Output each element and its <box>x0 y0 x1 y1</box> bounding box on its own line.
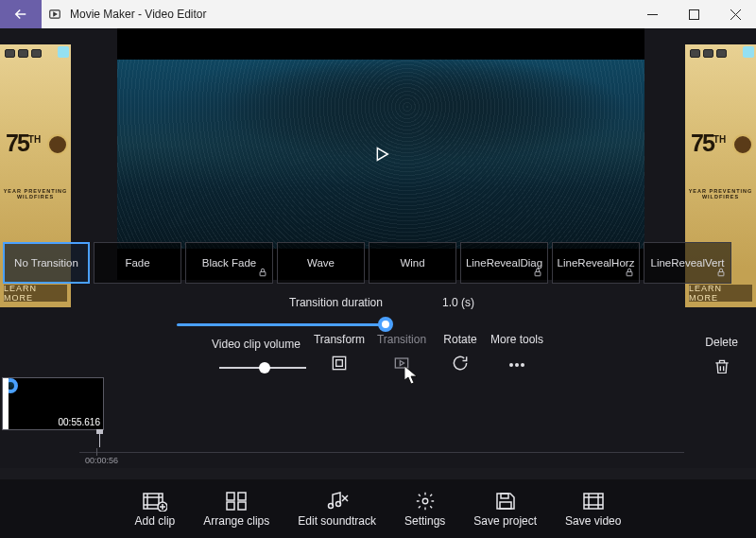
slider-thumb[interactable] <box>259 362 270 373</box>
delete-button[interactable]: Delete <box>705 333 738 376</box>
timeline-clip[interactable]: 00:55.616 <box>2 377 104 430</box>
cursor-icon <box>404 366 418 389</box>
transition-card[interactable]: No Transition <box>3 242 90 284</box>
more-tools-button[interactable]: More tools <box>488 333 546 373</box>
minimize-button[interactable] <box>631 0 673 28</box>
transition-icon <box>372 354 431 373</box>
svg-rect-6 <box>333 356 345 369</box>
svg-point-11 <box>521 363 524 367</box>
ad-logo: 75TH <box>691 130 726 157</box>
titlebar: Movie Maker - Video Editor <box>0 0 756 28</box>
ad-badges <box>690 49 727 58</box>
transition-button[interactable]: Transition <box>372 333 431 373</box>
transition-card[interactable]: LineRevealVert <box>644 242 731 284</box>
maximize-button[interactable] <box>673 0 714 28</box>
svg-point-20 <box>422 498 428 504</box>
add-clip-button[interactable]: Add clip <box>128 487 183 531</box>
lock-icon <box>625 268 634 279</box>
volume-label: Video clip volume <box>212 338 301 351</box>
transition-label: No Transition <box>14 257 78 269</box>
svg-rect-5 <box>718 272 724 276</box>
transition-card[interactable]: Fade <box>94 242 181 284</box>
svg-rect-14 <box>227 493 234 500</box>
transform-button[interactable]: Transform <box>310 333 369 373</box>
svg-rect-16 <box>227 502 234 510</box>
svg-rect-15 <box>238 493 246 500</box>
svg-rect-17 <box>238 502 246 510</box>
transform-icon <box>310 354 369 373</box>
clip-duration: 00:55.616 <box>59 417 101 427</box>
rotate-icon <box>431 354 490 373</box>
ad-cta-button[interactable]: LEARN MORE <box>689 285 752 302</box>
transition-label: LineRevealHorz <box>558 257 635 269</box>
play-button[interactable] <box>365 138 397 170</box>
svg-rect-4 <box>627 272 632 276</box>
svg-point-19 <box>335 501 340 506</box>
duration-value: 1.0 (s) <box>442 296 474 309</box>
svg-point-18 <box>328 503 333 508</box>
svg-rect-23 <box>584 494 603 509</box>
lock-icon <box>533 268 542 279</box>
transition-list: No TransitionFadeBlack FadeWaveWindLineR… <box>0 242 756 284</box>
ad-tagline: YEAR PREVENTING WILDFIRES <box>688 188 753 200</box>
transition-label: LineRevealVert <box>651 257 725 269</box>
settings-button[interactable]: Settings <box>397 487 453 531</box>
window-title: Movie Maker - Video Editor <box>68 8 631 21</box>
transition-card[interactable]: LineRevealHorz <box>552 242 640 284</box>
transition-card[interactable]: Wave <box>277 242 365 284</box>
adchoices-icon[interactable] <box>743 46 754 58</box>
svg-rect-2 <box>260 272 266 276</box>
rotate-button[interactable]: Rotate <box>431 333 490 373</box>
save-project-button[interactable]: Save project <box>466 487 544 531</box>
more-icon <box>488 354 546 373</box>
edit-soundtrack-button[interactable]: Edit soundtrack <box>290 487 384 531</box>
ad-mascot-icon <box>732 134 753 155</box>
transition-card[interactable]: Black Fade <box>185 242 273 284</box>
ad-badges <box>5 49 42 58</box>
timeline[interactable]: 00:55.616 00:00:56 <box>0 373 756 468</box>
transition-label: Black Fade <box>202 257 257 269</box>
transition-label: LineRevealDiag <box>466 257 542 269</box>
ad-tagline: YEAR PREVENTING WILDFIRES <box>3 188 68 200</box>
adchoices-icon[interactable] <box>58 46 69 58</box>
transition-label: Wind <box>400 257 424 269</box>
lock-icon <box>258 268 267 279</box>
svg-point-9 <box>509 363 513 367</box>
transition-card[interactable]: LineRevealDiag <box>460 242 548 284</box>
svg-rect-22 <box>500 502 511 509</box>
back-button[interactable] <box>0 0 42 28</box>
svg-rect-7 <box>336 360 343 367</box>
duration-slider[interactable] <box>115 316 637 335</box>
transition-label: Fade <box>125 257 149 269</box>
svg-point-10 <box>515 363 519 367</box>
command-bar: Add clip Arrange clips Edit soundtrack S… <box>0 479 756 538</box>
svg-rect-21 <box>501 494 508 498</box>
clip-handle[interactable] <box>3 378 9 429</box>
svg-rect-3 <box>535 272 541 276</box>
ad-cta-button[interactable]: LEARN MORE <box>4 285 67 302</box>
ruler-label: 00:00:56 <box>85 456 118 465</box>
arrange-clips-button[interactable]: Arrange clips <box>196 487 277 531</box>
app-icon <box>42 8 68 21</box>
svg-rect-1 <box>689 9 698 19</box>
lock-icon <box>716 268 726 279</box>
volume-slider[interactable] <box>219 361 306 374</box>
ad-mascot-icon <box>47 134 68 155</box>
ad-logo: 75TH <box>6 130 41 157</box>
close-button[interactable] <box>714 0 756 28</box>
duration-label: Transition duration <box>289 296 383 309</box>
transition-label: Wave <box>307 257 335 269</box>
slider-thumb[interactable] <box>378 317 393 332</box>
timeline-ruler[interactable]: 00:00:56 <box>79 444 684 463</box>
duration-row: Transition duration 1.0 (s) <box>117 291 643 314</box>
transition-card[interactable]: Wind <box>369 242 456 284</box>
save-video-button[interactable]: Save video <box>558 487 628 531</box>
